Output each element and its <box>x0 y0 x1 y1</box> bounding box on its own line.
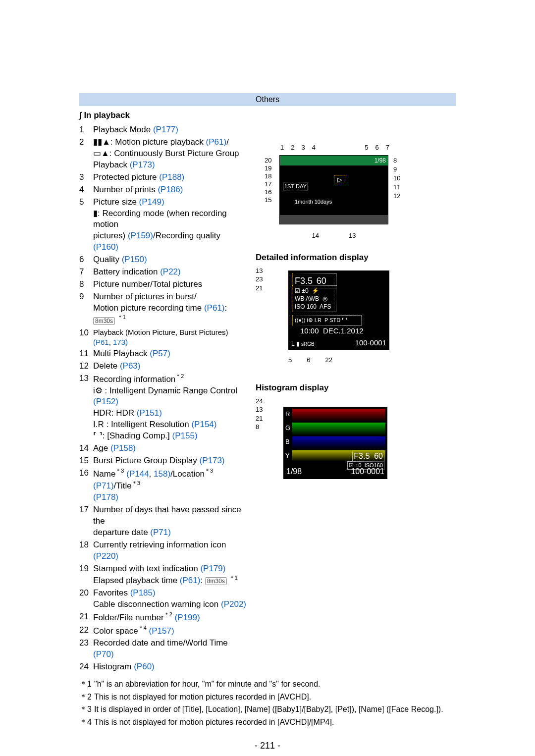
list-item: 18Currently retrieving information icon … <box>79 540 248 562</box>
diagram-label: 20 <box>265 156 271 164</box>
footnote: ＊1"h" is an abbreviation for hour, "m" f… <box>79 679 456 690</box>
page-ref-link[interactable]: (P177) <box>153 125 178 134</box>
detail-f: F3.5 <box>295 276 313 286</box>
list-item-number: 24 <box>79 661 93 673</box>
diagram-screen: 1ST DAY 1month 10days 1/98 ▷ <box>279 155 388 224</box>
detail-iso: 160 <box>307 303 317 310</box>
page-ref-link[interactable]: (P57) <box>150 349 170 358</box>
diagram-screen-3: R G B Y F3.5 60 ☑ ±0 ISO160 1/98 100-000… <box>283 407 387 479</box>
diagram-label: 11 <box>393 183 400 192</box>
hist-r: R <box>285 410 290 419</box>
diagram-screen-2: F3.5 60 ☑ ±0 ⚡ WB AWB ◎ ISO 160 AFS ((●)… <box>288 270 389 350</box>
list-item: 20Favorites (P185)Cable disconnection wa… <box>79 588 248 610</box>
list-item-number: 21 <box>79 611 93 624</box>
detail-time: 10:00 <box>300 326 319 335</box>
page-ref-link[interactable]: (P150) <box>122 255 147 264</box>
diagram-label: 3 <box>301 143 305 152</box>
list-item-number: 10 <box>79 327 93 348</box>
diagram-label: 8 <box>393 156 400 165</box>
list-item: 23Recorded date and time/World Time (P70… <box>79 638 248 660</box>
page-ref-link[interactable]: (P220) <box>93 551 118 561</box>
page-ref-link[interactable]: (P173) <box>130 160 155 169</box>
page-ref-link[interactable]: (P149) <box>139 197 164 207</box>
diagram-label: 16 <box>265 188 271 196</box>
list-item-number: 15 <box>79 455 93 467</box>
detail-af: AFS <box>320 303 331 310</box>
page-ref-link[interactable]: (P61) <box>206 137 227 147</box>
page-ref-link[interactable]: (P70) <box>93 649 114 659</box>
list-item: 22Color space＊4 (P157) <box>79 625 248 637</box>
page-ref-link[interactable]: (P60) <box>134 662 155 671</box>
diagram-label: 5 <box>365 143 368 152</box>
page-ref-link[interactable]: (P71) <box>93 481 114 490</box>
page-ref-link[interactable]: (P157) <box>149 626 174 636</box>
detail-label-5: 5 <box>288 356 292 365</box>
list-item: 11Multi Playback (P57) <box>79 348 248 360</box>
list-item: 13Recording information＊2i⚙ : Intelligen… <box>79 373 248 442</box>
page-ref-link[interactable]: (P173) <box>199 456 224 465</box>
detail-quality: L <box>291 340 294 347</box>
list-item: 14Age (P158) <box>79 443 248 454</box>
detail-heading: Detailed information display <box>256 252 456 264</box>
page-ref-link[interactable]: (P185) <box>130 588 156 597</box>
page-ref-link[interactable]: (P202) <box>221 599 246 609</box>
hist-label-24: 24 <box>256 397 456 406</box>
list-item: 2▮▮▲: Motion picture playback (P61)/▭▲: … <box>79 137 248 171</box>
page-ref-link[interactable]: (P160) <box>93 242 118 252</box>
hist-g: G <box>285 424 290 432</box>
list-item: 12Delete (P63) <box>79 361 248 372</box>
page-ref-link[interactable]: (P159) <box>128 231 153 240</box>
page-number: - 211 - <box>79 740 456 752</box>
list-item-number: 7 <box>79 267 93 278</box>
diagram-label: 7 <box>386 143 389 152</box>
detail-colorspace: sRGB <box>301 341 315 347</box>
page-ref-link[interactable]: (P71) <box>150 528 171 537</box>
page-ref-link[interactable]: (P152) <box>93 397 118 406</box>
page-ref-link[interactable]: (P151) <box>137 408 162 418</box>
hist-b: B <box>285 437 290 446</box>
item-list: 1Playback Mode (P177)2▮▮▲: Motion pictur… <box>79 124 248 674</box>
page-ref-link[interactable]: (P63) <box>120 361 141 371</box>
list-item: 4Number of prints (P186) <box>79 184 248 196</box>
page-ref-link[interactable]: (P155) <box>172 431 198 440</box>
diagram-text-age: 1month 10days <box>295 198 332 206</box>
detail-folder: 100-0001 <box>355 338 386 348</box>
list-item-number: 18 <box>79 540 93 562</box>
list-item: 5Picture size (P149)▮: Recording mode (w… <box>79 197 248 254</box>
list-item-number: 22 <box>79 625 93 637</box>
list-item: 3Protected picture (P188) <box>79 172 248 183</box>
footnotes: ＊1"h" is an abbreviation for hour, "m" f… <box>79 679 456 727</box>
page-ref-link[interactable]: 173) <box>113 338 128 346</box>
page-ref-link[interactable]: (P154) <box>191 420 216 429</box>
list-item-number: 12 <box>79 361 93 372</box>
page-ref-link[interactable]: (P61) <box>204 303 225 313</box>
list-item-number: 4 <box>79 184 93 196</box>
list-item-number: 11 <box>79 348 93 360</box>
list-item-number: 19 <box>79 563 93 587</box>
page-ref-link[interactable]: (P199) <box>175 613 200 622</box>
list-item: 10Playback (Motion Picture, Burst Pictur… <box>79 327 248 348</box>
header-category: Others <box>79 93 456 106</box>
page-ref-link[interactable]: (P61 <box>93 338 109 346</box>
list-item-number: 13 <box>79 373 93 442</box>
diagram-text-day: 1ST DAY <box>283 182 308 191</box>
list-item: 21Folder/File number＊2 (P199) <box>79 611 248 624</box>
page-ref-link[interactable]: (P186) <box>158 185 183 194</box>
diagram-label: 4 <box>312 143 316 152</box>
list-item: 6Quality (P150) <box>79 254 248 266</box>
page-ref-link[interactable]: (P61) <box>180 576 201 585</box>
list-item-number: 16 <box>79 468 93 503</box>
list-item: 16Name＊3 (P144, 158)/Location＊3 (P71)/Ti… <box>79 468 248 503</box>
list-item: 24Histogram (P60) <box>79 661 248 673</box>
diagram-label: 17 <box>265 180 271 188</box>
page-ref-link[interactable]: (P188) <box>159 172 184 182</box>
page-ref-link[interactable]: (P158) <box>110 443 136 453</box>
page-ref-link[interactable]: (P179) <box>200 564 225 573</box>
list-item-number: 1 <box>79 124 93 136</box>
detail-mode: P <box>324 317 328 323</box>
page-ref-link[interactable]: (P178) <box>93 492 118 502</box>
footnote: ＊2This is not displayed for motion pictu… <box>79 692 456 702</box>
page-ref-link[interactable]: (P144 <box>126 469 149 479</box>
page-ref-link[interactable]: (P22) <box>160 267 181 276</box>
page-ref-link[interactable]: 158) <box>154 469 170 479</box>
